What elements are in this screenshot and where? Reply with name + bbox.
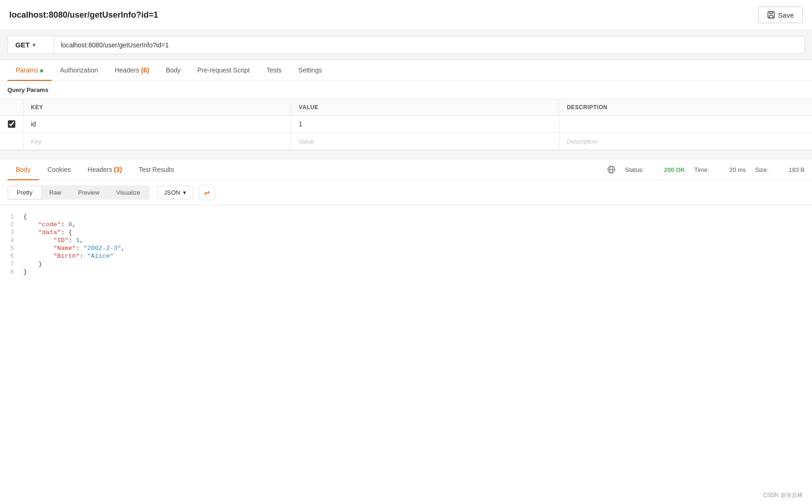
tab-authorization-label: Authorization <box>60 66 98 74</box>
format-tab-pretty[interactable]: Pretty <box>8 186 41 199</box>
save-button[interactable]: Save <box>758 7 803 23</box>
col-header-desc: DESCRIPTION <box>559 99 812 116</box>
svg-rect-0 <box>768 12 774 18</box>
line-num-1: 1 <box>0 213 23 220</box>
response-tab-headers[interactable]: Headers (3) <box>79 159 131 180</box>
tab-params[interactable]: Params <box>7 60 52 80</box>
request-bar: GET ▾ <box>0 30 812 60</box>
format-tab-visualize[interactable]: Visualize <box>108 186 149 199</box>
line-num-4: 4 <box>0 237 23 244</box>
format-bar: Pretty Raw Preview Visualize JSON ▾ ⇌ <box>0 180 812 205</box>
query-params-label: Query Params <box>0 81 812 99</box>
params-dot <box>40 69 43 72</box>
pretty-label: Pretty <box>17 189 33 196</box>
code-line-1: 1 { <box>0 213 812 221</box>
code-line-3: 3 "data": { <box>0 229 812 236</box>
table-row: id 1 <box>0 116 812 133</box>
tab-tests-label: Tests <box>267 66 282 74</box>
response-headers-badge: (3) <box>114 166 122 173</box>
key-placeholder: Key <box>31 138 41 145</box>
json-format-select[interactable]: JSON ▾ <box>157 186 193 199</box>
save-icon <box>767 11 775 19</box>
format-tabs: Pretty Raw Preview Visualize <box>7 185 150 200</box>
desc-placeholder: Description <box>567 138 597 145</box>
tab-headers[interactable]: Headers (6) <box>106 60 157 80</box>
code-key-birth: "Birth" <box>53 253 80 260</box>
size-label: Size: <box>755 166 768 173</box>
code-val-birth: "Alice" <box>87 253 114 260</box>
code-line-8: 8 } <box>0 268 812 276</box>
tab-settings-label: Settings <box>298 66 322 74</box>
col-header-key: KEY <box>23 99 291 116</box>
globe-icon <box>607 165 616 174</box>
code-key-id: "ID" <box>53 237 68 244</box>
code-line-4: 4 "ID": 1, <box>0 236 812 244</box>
params-table: KEY VALUE DESCRIPTION id 1 <box>0 99 812 150</box>
status-value: 200 OK <box>664 166 685 173</box>
code-key-code: "code" <box>38 221 61 228</box>
code-line-5: 5 "Name": "2002-2-3", <box>0 244 812 252</box>
empty-row: Key Value Description <box>0 133 812 150</box>
status-label: Status: <box>625 166 644 173</box>
line-num-7: 7 <box>0 261 23 268</box>
format-tab-raw[interactable]: Raw <box>41 186 70 199</box>
time-label: Time: <box>694 166 709 173</box>
response-body-label: Body <box>16 166 31 173</box>
footer: CSDN @张吉林 <box>763 491 803 499</box>
tab-settings[interactable]: Settings <box>290 60 330 80</box>
line-num-6: 6 <box>0 253 23 260</box>
method-select[interactable]: GET ▾ <box>7 36 54 54</box>
page-title: localhost:8080/user/getUserInfo?id=1 <box>9 10 158 20</box>
format-tab-preview[interactable]: Preview <box>70 186 108 199</box>
code-close-data: } <box>38 261 42 268</box>
value-placeholder: Value <box>299 138 314 145</box>
code-key-name: "Name" <box>53 245 76 252</box>
response-tabs-row: Body Cookies Headers (3) Test Results St… <box>0 159 812 180</box>
tab-headers-label: Headers <box>115 66 141 74</box>
response-testresults-label: Test Results <box>138 166 174 173</box>
json-chevron-icon: ▾ <box>183 189 186 196</box>
preview-label: Preview <box>78 189 99 196</box>
wrap-icon: ⇌ <box>204 188 210 197</box>
response-tab-cookies[interactable]: Cookies <box>39 159 79 180</box>
tab-body-label: Body <box>166 66 181 74</box>
visualize-label: Visualize <box>116 189 140 196</box>
response-cookies-label: Cookies <box>47 166 71 173</box>
code-line-2: 2 "code": 0, <box>0 221 812 229</box>
save-label: Save <box>778 11 794 19</box>
param-value: 1 <box>299 120 302 128</box>
line-num-3: 3 <box>0 229 23 236</box>
tab-tests[interactable]: Tests <box>258 60 290 80</box>
response-headers-label: Headers <box>88 166 114 173</box>
code-content-1: { <box>23 213 27 220</box>
time-value: 20 ms <box>729 166 746 173</box>
svg-rect-2 <box>769 16 773 18</box>
response-tab-body[interactable]: Body <box>7 159 39 180</box>
section-divider <box>0 150 812 159</box>
response-status: Status: 200 OK Time: 20 ms Size: 183 B <box>607 165 805 174</box>
response-tabs: Body Cookies Headers (3) Test Results <box>7 159 183 180</box>
tab-body[interactable]: Body <box>157 60 189 80</box>
title-bar: localhost:8080/user/getUserInfo?id=1 Sav… <box>0 0 812 30</box>
chevron-down-icon: ▾ <box>33 42 35 48</box>
wrap-button[interactable]: ⇌ <box>199 185 215 200</box>
tab-prerequest[interactable]: Pre-request Script <box>189 60 258 80</box>
code-key-data: "data" <box>38 229 61 236</box>
response-tab-testresults[interactable]: Test Results <box>130 159 182 180</box>
raw-label: Raw <box>49 189 61 196</box>
line-num-8: 8 <box>0 268 23 275</box>
tab-authorization[interactable]: Authorization <box>52 60 106 80</box>
row-checkbox[interactable] <box>8 120 15 128</box>
tab-prerequest-label: Pre-request Script <box>197 66 250 74</box>
svg-rect-1 <box>770 12 773 14</box>
size-value: 183 B <box>789 166 805 173</box>
url-input[interactable] <box>54 36 805 54</box>
footer-text: CSDN @张吉林 <box>763 492 803 498</box>
line-num-2: 2 <box>0 221 23 228</box>
method-label: GET <box>15 41 30 49</box>
col-header-checkbox <box>0 99 23 116</box>
line-num-5: 5 <box>0 245 23 252</box>
code-line-6: 6 "Birth": "Alice" <box>0 252 812 260</box>
json-format-label: JSON <box>164 189 180 196</box>
param-key: id <box>31 120 36 128</box>
